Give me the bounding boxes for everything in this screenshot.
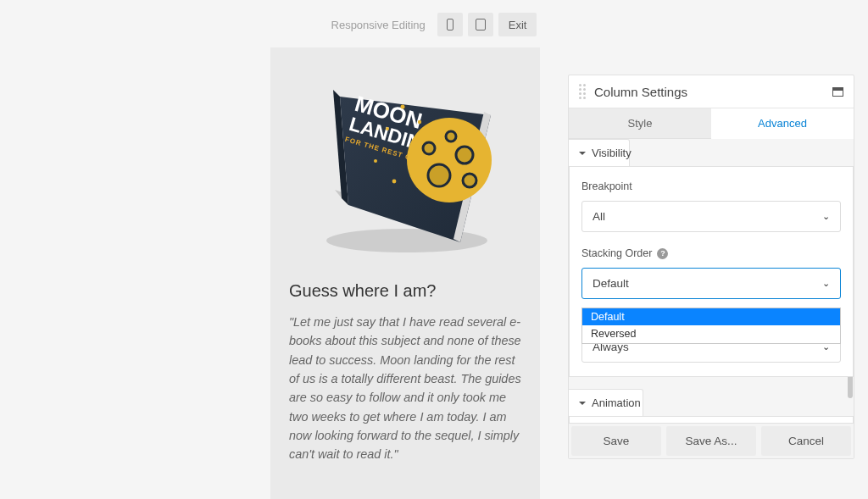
drag-handle-icon[interactable] (579, 83, 587, 100)
settings-body: Visibility Breakpoint All ⌄ Stacking Ord… (569, 139, 854, 423)
settings-tabs: Style Advanced (569, 108, 854, 139)
tab-style[interactable]: Style (569, 108, 711, 139)
svg-point-0 (326, 229, 487, 252)
window-icon[interactable] (832, 87, 843, 97)
svg-point-10 (446, 131, 456, 141)
phone-icon (447, 19, 453, 30)
stacking-order-select[interactable]: Default ⌄ (581, 268, 841, 299)
svg-point-8 (463, 174, 476, 187)
svg-point-9 (423, 142, 435, 154)
tablet-icon (476, 19, 486, 30)
chevron-down-icon (579, 152, 586, 155)
stacking-order-value: Default (593, 277, 629, 290)
breakpoint-label: Breakpoint (581, 180, 841, 192)
svg-point-7 (456, 147, 473, 164)
dropdown-option-default[interactable]: Default (582, 308, 840, 325)
tab-advanced[interactable]: Advanced (711, 108, 854, 139)
svg-point-14 (374, 159, 377, 163)
chevron-down-icon: ⌄ (822, 211, 830, 222)
section-visibility-body: Breakpoint All ⌄ Stacking Order ? Defaul… (569, 166, 854, 377)
column-settings-panel: Column Settings Style Advanced Visibilit… (568, 75, 854, 459)
save-button[interactable]: Save (571, 426, 661, 456)
breakpoint-value: All (593, 210, 605, 223)
save-as-button[interactable]: Save As... (666, 426, 756, 456)
panel-header[interactable]: Column Settings (569, 75, 854, 108)
section-animation-body: Animation None ⌄ (569, 416, 854, 423)
svg-point-6 (428, 164, 450, 186)
section-visibility-toggle[interactable]: Visibility (569, 139, 630, 167)
svg-point-12 (386, 127, 389, 130)
dropdown-option-reversed[interactable]: Reversed (582, 325, 840, 342)
section-animation-toggle[interactable]: Animation (569, 389, 643, 417)
section-animation-title: Animation (592, 396, 641, 409)
responsive-label: Responsive Editing (331, 19, 426, 31)
preview-body-text: "Let me just say that I have read severa… (270, 313, 540, 464)
stacking-order-label: Stacking Order ? (581, 247, 841, 259)
preview-heading: Guess where I am? (270, 281, 540, 313)
panel-title: Column Settings (594, 85, 832, 99)
help-icon[interactable]: ? (657, 248, 668, 259)
panel-footer: Save Save As... Cancel (569, 423, 854, 458)
svg-point-11 (401, 105, 405, 109)
responsive-toolbar: Responsive Editing Exit (0, 13, 868, 36)
preview-panel: MOON LANDING FOR THE REST OF US Guess wh… (270, 47, 540, 499)
phone-view-button[interactable] (437, 13, 463, 36)
chevron-down-icon: ⌄ (822, 278, 830, 289)
breakpoint-select[interactable]: All ⌄ (581, 201, 841, 232)
exit-button[interactable]: Exit (498, 13, 537, 36)
tablet-view-button[interactable] (468, 13, 493, 36)
svg-point-15 (392, 180, 397, 184)
chevron-down-icon (579, 402, 586, 405)
section-visibility-title: Visibility (592, 147, 632, 159)
svg-point-13 (418, 120, 421, 124)
cancel-button[interactable]: Cancel (761, 426, 851, 456)
stacking-order-dropdown: Default Reversed (581, 308, 841, 344)
book-image: MOON LANDING FOR THE REST OF US (270, 63, 540, 281)
